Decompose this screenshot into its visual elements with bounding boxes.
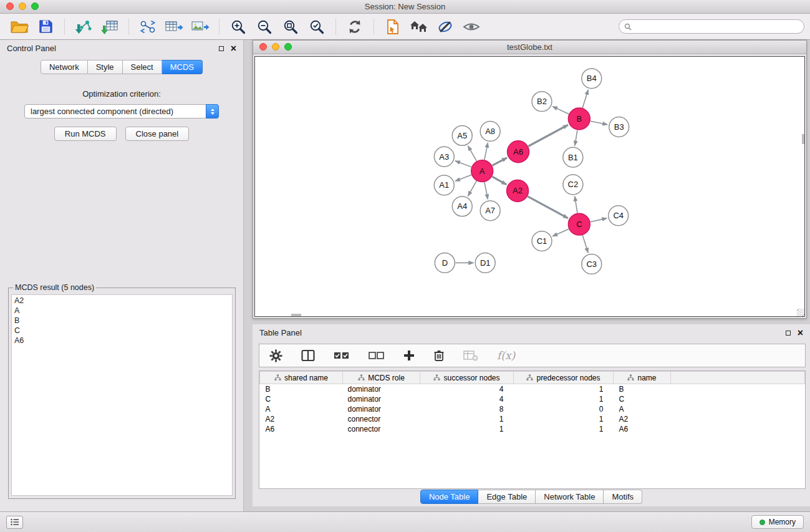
graph-node-A6[interactable]: A6 (508, 141, 529, 163)
table-settings-button[interactable] (269, 349, 282, 362)
control-panel-tab-network[interactable]: Network (41, 60, 88, 74)
zoom-window-button[interactable] (284, 43, 292, 51)
delete-table-button[interactable] (463, 350, 478, 361)
criterion-dropdown[interactable]: largest connected component (directed) (24, 104, 219, 118)
panel-selector-button[interactable] (6, 516, 23, 529)
graph-edge-A6-B[interactable] (528, 125, 568, 146)
column-header-shared-name[interactable]: shared name (260, 372, 343, 384)
table-tab-edge-table[interactable]: Edge Table (478, 490, 536, 504)
graph-edge-B-B3[interactable] (591, 121, 607, 125)
close-window-button[interactable] (259, 43, 267, 51)
title-bar[interactable]: Session: New Session (0, 0, 810, 14)
apply-layout-button[interactable] (344, 16, 365, 37)
column-header-predecessor-nodes[interactable]: predecessor nodes (514, 372, 614, 384)
table-row[interactable]: A2connector11A2 (260, 414, 805, 424)
mcds-result-item[interactable]: C (14, 326, 229, 336)
graph-node-A[interactable]: A (471, 160, 493, 182)
mcds-result-item[interactable]: B (14, 316, 229, 326)
export-network-button[interactable] (137, 16, 158, 37)
graphics-details-button[interactable] (435, 16, 456, 37)
graph-edge-A-A7[interactable] (485, 182, 488, 199)
graph-node-A5[interactable]: A5 (452, 125, 472, 145)
graph-edge-C-C3[interactable] (582, 235, 588, 253)
graph-edge-A-A4[interactable] (468, 181, 477, 196)
graph-node-A3[interactable]: A3 (434, 147, 454, 167)
resize-corner[interactable] (797, 309, 804, 316)
column-header-name[interactable]: name (614, 372, 671, 384)
export-image-button[interactable] (190, 16, 211, 37)
close-panel-button[interactable]: Close panel (125, 127, 190, 141)
network-window-titlebar[interactable]: testGlobe.txt (253, 41, 806, 54)
close-panel-icon[interactable]: × (231, 44, 236, 53)
table-tab-node-table[interactable]: Node Table (420, 490, 479, 504)
delete-column-button[interactable] (433, 349, 445, 362)
graph-node-B[interactable]: B (568, 108, 590, 130)
mcds-result-item[interactable]: A2 (14, 296, 229, 306)
control-panel-tab-mcds[interactable]: MCDS (162, 60, 203, 74)
graph-node-D1[interactable]: D1 (475, 253, 495, 273)
memory-button[interactable]: Memory (751, 515, 804, 529)
zoom-in-button[interactable] (228, 16, 249, 37)
graph-edge-A-A8[interactable] (485, 143, 488, 160)
graph-node-C4[interactable]: C4 (609, 206, 629, 226)
close-panel-icon[interactable]: × (798, 329, 803, 337)
graph-node-C3[interactable]: C3 (582, 254, 602, 274)
graph-edge-B-B1[interactable] (575, 130, 577, 146)
graph-edge-A2-C[interactable] (528, 196, 568, 218)
graph-node-A4[interactable]: A4 (452, 196, 472, 216)
graph-node-B4[interactable]: B4 (582, 69, 602, 89)
float-panel-icon[interactable] (219, 46, 224, 51)
graph-node-A7[interactable]: A7 (480, 201, 500, 221)
graph-edge-A-A2[interactable] (492, 177, 506, 185)
select-all-button[interactable] (334, 350, 350, 361)
table-tab-network-table[interactable]: Network Table (536, 490, 604, 504)
table-row[interactable]: Adominator80A (260, 404, 805, 414)
zoom-out-button[interactable] (254, 16, 275, 37)
import-network-button[interactable] (73, 16, 94, 37)
graph-node-B3[interactable]: B3 (609, 117, 629, 137)
run-mcds-button[interactable]: Run MCDS (54, 127, 117, 141)
close-window-button[interactable] (6, 2, 14, 10)
table-row[interactable]: Cdominator41C (260, 394, 805, 404)
graph-node-C1[interactable]: C1 (532, 231, 552, 251)
mcds-result-item[interactable]: A (14, 306, 229, 316)
save-session-button[interactable] (35, 16, 56, 37)
graph-node-A1[interactable]: A1 (434, 175, 454, 195)
network-canvas[interactable]: B4B2BB3A8A5A6A3B1AC2A1A2A4A7C4CC1DD1C3 (254, 56, 805, 317)
vertical-scrollbar-thumb[interactable] (802, 134, 804, 144)
dropdown-stepper-icon[interactable] (206, 104, 219, 118)
add-column-button[interactable] (403, 350, 415, 361)
toggle-visibility-button[interactable] (461, 16, 482, 37)
horizontal-scrollbar-thumb[interactable] (291, 314, 301, 316)
search-input[interactable] (635, 22, 799, 31)
graph-edge-A-A3[interactable] (455, 161, 471, 167)
control-panel-tab-select[interactable]: Select (123, 60, 162, 74)
function-builder-button[interactable]: f(x) (497, 349, 515, 362)
graph-node-C2[interactable]: C2 (563, 175, 583, 195)
table-row[interactable]: A6connector11A6 (260, 424, 805, 434)
float-panel-icon[interactable] (786, 331, 791, 336)
graph-edge-C-C1[interactable] (552, 229, 569, 236)
zoom-window-button[interactable] (31, 2, 39, 10)
node-table[interactable]: shared nameMCDS rolesuccessor nodesprede… (259, 370, 806, 489)
mcds-result-item[interactable]: A6 (14, 336, 229, 346)
control-panel-tab-style[interactable]: Style (88, 60, 123, 74)
graph-edge-A-A5[interactable] (468, 146, 477, 161)
graph-node-C[interactable]: C (568, 213, 590, 235)
graph-edge-C-C2[interactable] (575, 196, 577, 213)
deselect-all-button[interactable] (369, 350, 385, 361)
network-graph[interactable]: B4B2BB3A8A5A6A3B1AC2A1A2A4A7C4CC1DD1C3 (255, 57, 804, 316)
graph-node-A8[interactable]: A8 (480, 122, 500, 142)
graph-edge-C-C4[interactable] (591, 218, 607, 222)
graph-node-D[interactable]: D (435, 253, 455, 273)
column-header-successor-nodes[interactable]: successor nodes (420, 372, 514, 384)
graph-node-B1[interactable]: B1 (563, 147, 583, 167)
zoom-selected-button[interactable] (306, 16, 327, 37)
graph-edge-B-B4[interactable] (582, 90, 588, 108)
search-field[interactable] (619, 19, 804, 34)
graph-edge-B-B2[interactable] (552, 107, 569, 114)
show-columns-button[interactable] (301, 349, 315, 362)
table-tab-motifs[interactable]: Motifs (604, 490, 642, 504)
open-session-button[interactable] (9, 16, 30, 37)
mcds-result-list[interactable]: A2ABCA6 (11, 294, 233, 496)
